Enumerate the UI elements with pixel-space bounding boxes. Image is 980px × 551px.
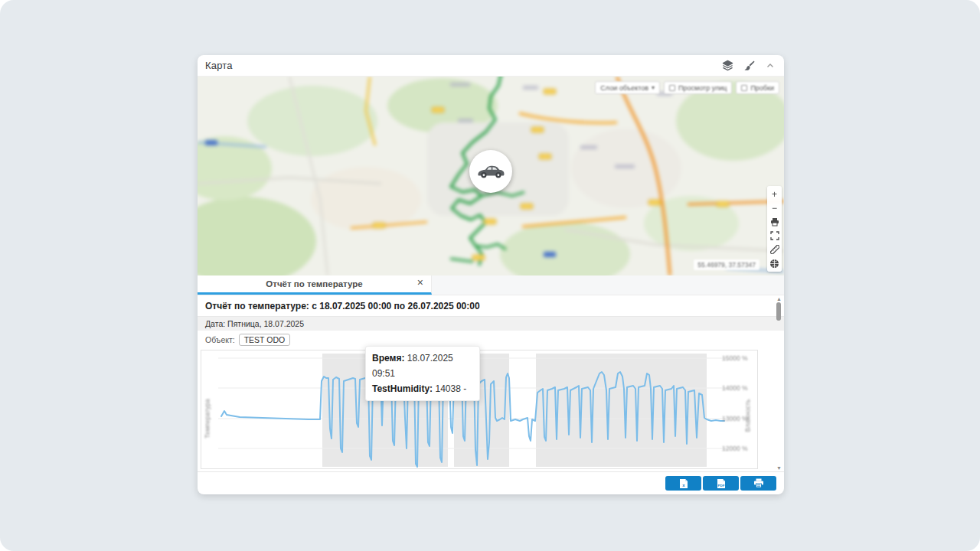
export-excel-button[interactable]: x [665,476,701,491]
layers-icon[interactable] [721,60,733,72]
pdf-file-icon: PDF [717,478,726,489]
excel-file-icon: x [679,478,688,489]
y2-tick: 12000 % [722,445,754,452]
panel-header-actions [721,60,776,72]
street-view-label: Просмотр улиц [678,84,727,92]
object-chip[interactable]: TEST ODO [239,334,290,346]
chevron-down-icon: ▾ [652,84,655,91]
traffic-checkbox[interactable]: Пробки [736,81,779,94]
traffic-label: Пробки [750,84,774,92]
y2-tick: 15000 % [722,354,754,362]
layers-dropdown-label: Слои объектов [600,84,648,92]
measure-ruler-button[interactable] [768,243,781,256]
object-label: Объект: [205,335,235,344]
printer-icon [753,478,764,488]
map-tool-stack: + − [767,186,782,272]
page-background: Карта [0,0,980,551]
map-top-controls: Слои объектов ▾ Просмотр улиц Пробки [595,81,779,94]
export-pdf-button[interactable]: PDF [703,476,739,491]
y2-tick: 13000 % [722,415,754,422]
print-map-button[interactable] [768,215,781,229]
y-axis-label: Температура [204,399,211,438]
street-view-checkbox[interactable]: Просмотр улиц [664,81,732,94]
tooltip-time-row: Время: 18.07.2025 09:51 [372,350,473,381]
report-title: Отчёт по температуре: с 18.07.2025 00:00… [198,295,784,317]
report-footer: x PDF [198,471,784,494]
globe-button[interactable] [768,256,781,270]
report-object-row: Объект: TEST ODO [198,331,784,350]
report-content: Отчёт по температуре: с 18.07.2025 00:00… [198,295,784,471]
panel-header: Карта [198,55,784,77]
y2-tick: 14000 % [722,384,754,392]
report-tab-bar: Отчёт по температуре × [198,276,784,295]
report-date-row: Дата: Пятница, 18.07.2025 [198,317,784,331]
tab-temperature-report[interactable]: Отчёт по температуре × [198,276,432,295]
vehicle-marker[interactable] [469,150,512,193]
report-scrollbar[interactable]: ▲ ▼ [775,295,782,471]
chart-tooltip: Время: 18.07.2025 09:51 TestHumidity: 14… [365,346,480,401]
tooltip-sensor-row: TestHumidity: 14038 - [372,381,473,396]
brush-icon[interactable] [743,60,755,72]
map-area[interactable]: Слои объектов ▾ Просмотр улиц Пробки + − [198,77,784,276]
layers-dropdown[interactable]: Слои объектов ▾ [595,81,660,94]
tab-label: Отчёт по температуре [266,279,362,289]
zoom-in-button[interactable]: + [768,187,781,201]
chart-canvas [201,350,759,470]
car-icon [476,163,505,180]
map-report-panel: Карта [198,55,784,494]
scrollbar-thumb[interactable] [776,302,781,321]
checkbox-icon [741,85,747,91]
scroll-down-icon[interactable]: ▼ [776,465,782,471]
collapse-chevron-icon[interactable] [764,60,776,72]
scroll-up-icon[interactable]: ▲ [776,296,782,302]
print-report-button[interactable] [740,476,776,491]
map-coordinates: 55.46979, 37.57347 [694,259,760,270]
checkbox-icon [669,85,675,91]
svg-text:PDF: PDF [717,484,724,487]
panel-title: Карта [205,60,233,71]
zoom-out-button[interactable]: − [768,201,781,215]
close-tab-icon[interactable]: × [417,276,423,289]
temperature-chart[interactable]: Температура Влажность 15000 % 14000 % 13… [201,350,758,469]
fit-screen-button[interactable] [768,229,781,243]
